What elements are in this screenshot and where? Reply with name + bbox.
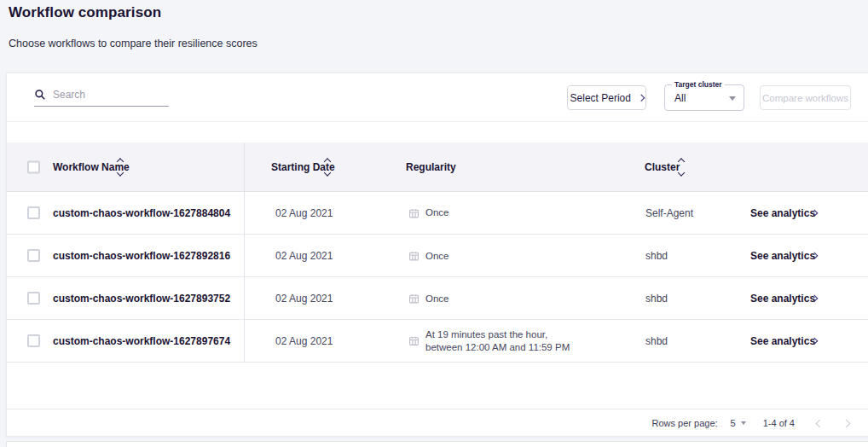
row-checkbox[interactable]: [27, 206, 40, 219]
cluster-name: shbd: [645, 250, 668, 262]
regularity-text: At 19 minutes past the hour,: [425, 329, 570, 340]
sort-starting-date[interactable]: [325, 159, 330, 175]
sort-asc-icon: [117, 158, 124, 165]
calendar-icon: [408, 335, 420, 346]
starting-date: 02 Aug 2021: [275, 335, 333, 347]
table-row: custom-chaos-workflow-1627893752 02 Aug …: [7, 277, 868, 320]
column-regularity: Regularity: [406, 161, 456, 173]
table-row: custom-chaos-workflow-1627884804 02 Aug …: [7, 192, 868, 235]
previous-page-button[interactable]: [816, 419, 825, 427]
regularity-cell: Once: [408, 293, 449, 304]
cluster-name: shbd: [645, 335, 668, 347]
starting-date: 02 Aug 2021: [275, 250, 333, 262]
regularity-text: Once: [425, 293, 449, 304]
calendar-icon: [408, 293, 420, 304]
table-body: custom-chaos-workflow-1627884804 02 Aug …: [7, 192, 868, 363]
page-subtitle: Choose workflows to compare their resili…: [9, 38, 258, 49]
calendar-icon: [408, 207, 420, 218]
target-cluster-select[interactable]: Target cluster All: [664, 84, 744, 111]
search-icon: [34, 89, 46, 101]
workflow-comparison-card: Select Period Target cluster All Compare…: [6, 73, 868, 437]
table-row: custom-chaos-workflow-1627892816 02 Aug …: [7, 235, 868, 277]
regularity-cell: Once: [408, 206, 449, 219]
rows-per-page-select[interactable]: 5: [731, 418, 746, 428]
select-period-label: Select Period: [570, 92, 631, 104]
search-input[interactable]: [53, 89, 155, 101]
search-field[interactable]: [34, 84, 169, 107]
sort-desc-icon: [324, 169, 331, 176]
workflow-name: custom-chaos-workflow-1627893752: [53, 293, 230, 305]
sort-asc-icon: [678, 158, 685, 165]
row-checkbox[interactable]: [27, 292, 40, 305]
pagination-bar: Rows per page: 5 1-4 of 4: [7, 409, 868, 437]
workflow-name: custom-chaos-workflow-1627892816: [53, 250, 230, 262]
target-cluster-label: Target cluster: [672, 81, 725, 89]
starting-date: 02 Aug 2021: [275, 293, 333, 305]
column-cluster: Cluster: [645, 161, 680, 173]
select-period-button[interactable]: Select Period: [567, 85, 646, 110]
table-row: custom-chaos-workflow-1627897674 02 Aug …: [7, 320, 868, 363]
compare-workflows-button[interactable]: Compare workflows: [760, 85, 851, 110]
rows-per-page-label: Rows per page:: [652, 418, 718, 428]
workflow-name: custom-chaos-workflow-1627897674: [53, 335, 230, 347]
regularity-cell: Once: [408, 250, 449, 261]
row-checkbox[interactable]: [27, 249, 40, 262]
table-header: Workflow Name Starting Date Regularity C…: [7, 142, 868, 192]
regularity-text: Once: [425, 250, 449, 261]
regularity-text: Once: [425, 206, 449, 218]
regularity-text-2: between 12:00 AM and 11:59 PM: [425, 342, 570, 353]
row-checkbox[interactable]: [27, 334, 40, 347]
sort-desc-icon: [117, 169, 124, 176]
select-all-checkbox[interactable]: [27, 160, 40, 173]
starting-date: 02 Aug 2021: [275, 207, 333, 219]
cluster-name: shbd: [645, 293, 668, 305]
see-analytics-link[interactable]: See analytics: [750, 335, 815, 347]
see-analytics-link[interactable]: See analytics: [750, 293, 815, 305]
next-section-edge: [6, 441, 868, 447]
rows-per-page-value: 5: [731, 418, 736, 428]
target-cluster-value: All: [674, 92, 686, 104]
sort-workflow-name[interactable]: [118, 159, 123, 175]
see-analytics-link[interactable]: See analytics: [750, 250, 815, 262]
regularity-cell: At 19 minutes past the hour, between 12:…: [408, 329, 570, 353]
cluster-name: Self-Agent: [645, 207, 693, 219]
chevron-right-icon: [638, 95, 645, 102]
see-analytics-link[interactable]: See analytics: [750, 207, 815, 219]
dropdown-arrow-icon: [741, 421, 746, 425]
workflow-name: custom-chaos-workflow-1627884804: [53, 207, 230, 219]
sort-desc-icon: [678, 169, 685, 176]
next-page-button[interactable]: [842, 419, 851, 427]
dropdown-arrow-icon: [729, 96, 736, 101]
sort-cluster[interactable]: [679, 159, 684, 175]
table-toolbar: Select Period Target cluster All Compare…: [7, 73, 868, 122]
page-title: Workflow comparison: [9, 4, 161, 21]
pagination-range: 1-4 of 4: [763, 418, 795, 428]
sort-asc-icon: [324, 158, 331, 165]
calendar-icon: [408, 250, 420, 261]
column-divider: [244, 142, 245, 363]
